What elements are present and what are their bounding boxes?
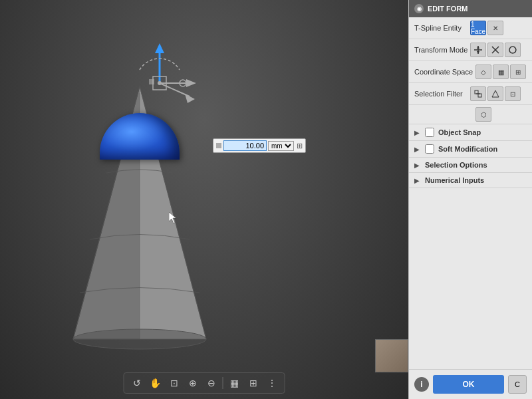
transform-mode-2-btn[interactable]: [487, 43, 503, 57]
ok-button[interactable]: OK: [433, 375, 504, 394]
display-mode-1-btn[interactable]: ▦: [227, 376, 242, 390]
zoom-out-btn[interactable]: ⊖: [204, 376, 219, 390]
dim-value-input[interactable]: 10.00: [223, 140, 267, 151]
coordinate-space-label: Coordinate Space: [414, 68, 473, 76]
object-snap-section[interactable]: ▶ Object Snap: [409, 124, 532, 141]
viewport-toolbar: ↺ ✋ ⊡ ⊕ ⊖ ▦ ⊞ ⋮: [124, 372, 285, 394]
info-button[interactable]: i: [414, 377, 429, 392]
svg-marker-19: [477, 46, 479, 49]
tspline-entity-buttons: 1 Face ✕: [470, 21, 503, 35]
transform-mode-label: Transform Mode: [414, 46, 467, 54]
sel-filter-3-btn[interactable]: ⊡: [505, 86, 521, 101]
coordinate-space-row: Coordinate Space ◇ ▦ ⊞: [409, 61, 532, 83]
transform-mode-row: Transform Mode: [409, 39, 532, 61]
numerical-inputs-label: Numerical Inputs: [425, 176, 484, 184]
coord-space-2-btn[interactable]: ▦: [493, 65, 509, 79]
numerical-inputs-section[interactable]: ▶ Numerical Inputs: [409, 173, 532, 188]
zoom-in-btn[interactable]: ⊕: [186, 376, 200, 390]
soft-modification-label: Soft Modification: [438, 145, 497, 153]
dim-indicator: [216, 143, 221, 148]
svg-marker-10: [186, 79, 196, 87]
svg-marker-20: [477, 51, 479, 54]
svg-point-6: [73, 329, 206, 349]
sel-filter-1-btn[interactable]: [470, 86, 486, 101]
transform-gizmo[interactable]: [113, 37, 206, 130]
selection-options-label: Selection Options: [425, 161, 487, 169]
soft-modification-checkbox[interactable]: [425, 144, 434, 154]
transform-mode-1-btn[interactable]: [470, 43, 486, 57]
selection-filter-label: Selection Filter: [414, 90, 467, 98]
svg-marker-12: [185, 94, 195, 103]
selection-options-section[interactable]: ▶ Selection Options: [409, 158, 532, 173]
coord-space-3-btn[interactable]: ⊞: [510, 65, 526, 79]
dim-unit-select[interactable]: mm in cm: [268, 141, 294, 151]
object-snap-label: Object Snap: [438, 128, 481, 136]
panel-footer: i OK C: [409, 369, 532, 399]
selection-filter-row: Selection Filter ⊡: [409, 83, 532, 105]
edit-form-panel: ◉ EDIT FORM T-Spline Entity 1 Face ✕ Tra…: [408, 0, 532, 399]
svg-marker-8: [155, 43, 164, 53]
dim-expand-icon[interactable]: ⊞: [297, 142, 303, 150]
sel-filter-2-btn[interactable]: [487, 86, 503, 101]
object-snap-checkbox[interactable]: [425, 128, 434, 137]
svg-rect-23: [475, 90, 478, 94]
svg-point-16: [158, 81, 162, 85]
toolbar-sep-1: [223, 377, 223, 389]
selection-options-arrow: ▶: [414, 162, 421, 168]
close-entity-button[interactable]: ✕: [487, 21, 503, 35]
zoom-fit-btn[interactable]: ⊡: [167, 376, 182, 390]
coordinate-space-buttons: ◇ ▦ ⊞: [475, 65, 526, 79]
extra-icon-btn[interactable]: ⬡: [475, 107, 491, 122]
view-thumbnail: [375, 339, 408, 372]
display-mode-2-btn[interactable]: ⊞: [246, 376, 261, 390]
numerical-inputs-arrow: ▶: [414, 177, 421, 184]
orbit-btn[interactable]: ↺: [130, 376, 144, 390]
svg-marker-26: [492, 90, 499, 97]
panel-header-title: EDIT FORM: [428, 5, 468, 13]
pan-btn[interactable]: ✋: [148, 376, 163, 390]
dimension-input-box[interactable]: 10.00 mm in cm ⊞: [213, 138, 306, 153]
panel-header: ◉ EDIT FORM: [409, 0, 532, 17]
transform-mode-buttons: [470, 43, 521, 57]
cancel-button[interactable]: C: [508, 375, 527, 394]
svg-rect-15: [149, 79, 154, 84]
tspline-entity-row: T-Spline Entity 1 Face ✕: [409, 17, 532, 39]
transform-mode-3-btn[interactable]: [505, 43, 521, 57]
object-snap-arrow: ▶: [414, 129, 421, 136]
face-button[interactable]: 1 Face: [470, 21, 486, 35]
3d-viewport[interactable]: 10.00 mm in cm ⊞ ↺ ✋ ⊡ ⊕ ⊖ ▦ ⊞ ⋮: [0, 0, 408, 399]
soft-modification-arrow: ▶: [414, 146, 421, 152]
panel-header-icon: ◉: [414, 4, 424, 13]
svg-rect-24: [478, 94, 481, 97]
tspline-entity-label: T-Spline Entity: [414, 24, 467, 32]
coord-space-1-btn[interactable]: ◇: [475, 65, 491, 79]
soft-modification-section[interactable]: ▶ Soft Modification: [409, 141, 532, 158]
selection-filter-buttons: ⊡: [470, 86, 521, 101]
extra-icon-row: ⬡: [409, 105, 532, 124]
display-mode-3-btn[interactable]: ⋮: [265, 376, 279, 390]
